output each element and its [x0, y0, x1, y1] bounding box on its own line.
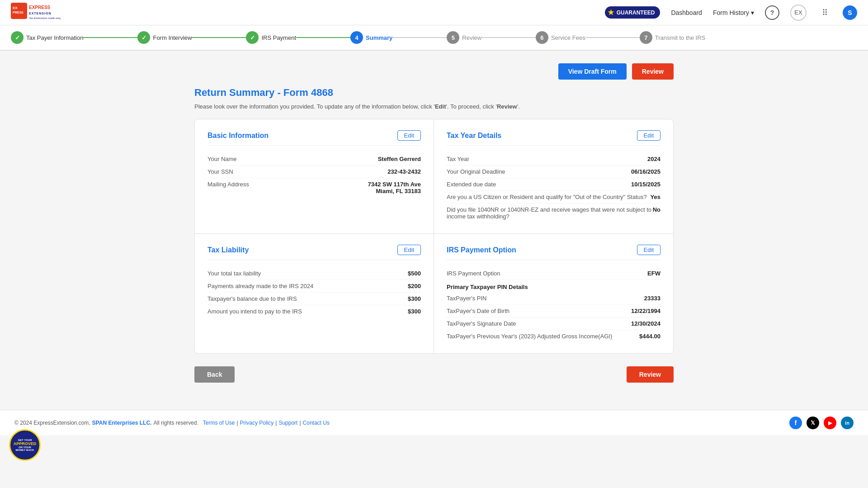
chevron-down-icon: ▾	[751, 9, 754, 16]
total-tax-value: $500	[408, 270, 421, 277]
intend-to-pay-value: $300	[408, 308, 421, 315]
tax-year-value: 2024	[647, 156, 660, 162]
step-7-circle: 7	[640, 31, 652, 44]
intend-to-pay-row: Amount you intend to pay to the IRS $300	[208, 305, 421, 317]
page-subtitle: Please look over the information you pro…	[194, 103, 674, 110]
review-hint: Review	[497, 103, 517, 110]
step-review[interactable]: 5 Review	[447, 31, 481, 44]
tax-year-edit-button[interactable]: Edit	[637, 130, 660, 141]
review-top-button[interactable]: Review	[632, 63, 674, 80]
ssn-value: 232-43-2432	[387, 168, 421, 175]
step-6-circle: 6	[536, 31, 548, 44]
grid-menu-button[interactable]: ⠿	[817, 5, 832, 20]
extended-due-value: 10/15/2025	[631, 181, 660, 188]
footer-support-link[interactable]: Support	[278, 420, 297, 426]
view-draft-button[interactable]: View Draft Form	[558, 63, 627, 80]
step-4-circle: 4	[350, 31, 363, 44]
step-form-interview[interactable]: ✓ Form Interview	[137, 31, 192, 44]
basic-info-edit-button[interactable]: Edit	[397, 130, 421, 141]
sig-date-value: 12/30/2024	[631, 320, 660, 327]
step-service-fees[interactable]: 6 Service Fees	[536, 31, 585, 44]
agi-label: TaxPayer's Previous Year's (2023) Adjust…	[447, 333, 639, 340]
svg-text:EXTENSION: EXTENSION	[29, 12, 51, 15]
svg-text:PRESS: PRESS	[13, 11, 24, 14]
sig-date-label: TaxPayer's Signature Date	[447, 320, 631, 327]
page-title: Return Summary - Form 4868	[194, 87, 674, 99]
footer-left: © 2024 ExpressExtension.com, SPAN Enterp…	[14, 420, 330, 426]
payments-made-row: Payments already made to the IRS 2024 $2…	[208, 280, 421, 293]
footer-social-links: f 𝕏 ▶ in	[789, 417, 854, 429]
payment-option-row: IRS Payment Option EFW	[447, 267, 660, 280]
basic-info-name-row: Your Name Steffen Gerrerd	[208, 153, 421, 166]
facebook-link[interactable]: f	[789, 417, 802, 429]
svg-text:EX: EX	[13, 6, 18, 10]
citizen-row: Are you a US Citizen or Resident and qua…	[447, 191, 660, 204]
extended-due-label: Extended due date	[447, 181, 631, 188]
edit-hint: Edit	[435, 103, 446, 110]
footer-privacy-link[interactable]: Privacy Policy	[240, 420, 274, 426]
footer-company-link[interactable]: SPAN Enterprises LLC.	[92, 420, 152, 426]
footer-terms-link[interactable]: Terms of Use	[203, 420, 235, 426]
tax-year-header: Tax Year Details Edit	[447, 130, 660, 146]
sig-date-row: TaxPayer's Signature Date 12/30/2024	[447, 317, 660, 330]
tax-liability-edit-button[interactable]: Edit	[397, 245, 421, 255]
citizen-label: Are you a US Citizen or Resident and qua…	[447, 194, 651, 200]
step-summary[interactable]: 4 Summary	[350, 31, 392, 44]
filed-1040nr-value: No	[653, 206, 660, 213]
user-initial: S	[848, 9, 852, 16]
basic-info-header: Basic Information Edit	[208, 130, 421, 146]
address-label: Mailing Address	[208, 181, 368, 188]
review-bottom-button[interactable]: Review	[627, 366, 674, 383]
basic-info-card: Basic Information Edit Your Name Steffen…	[195, 119, 434, 233]
step-line-2	[192, 37, 246, 38]
svg-text:Tax Extensions made easy: Tax Extensions made easy	[29, 17, 61, 19]
step-transmit[interactable]: 7 Transmit to the IRS	[640, 31, 706, 44]
balance-due-label: Taxpayer's balance due to the IRS	[208, 295, 408, 302]
tax-liability-title: Tax Liability	[208, 246, 249, 254]
payment-option-value: EFW	[647, 270, 660, 277]
youtube-link[interactable]: ▶	[824, 417, 836, 429]
total-tax-label: Your total tax liability	[208, 270, 408, 277]
step-1-label: Tax Payer Information	[26, 34, 83, 41]
dob-row: TaxPayer's Date of Birth 12/22/1994	[447, 305, 660, 317]
step-2-circle: ✓	[137, 31, 150, 44]
original-deadline-value: 06/16/2025	[631, 168, 660, 175]
help-icon: ?	[770, 9, 774, 16]
step-line-4	[392, 37, 447, 38]
dob-value: 12/22/1994	[631, 308, 660, 314]
intend-to-pay-label: Amount you intend to pay to the IRS	[208, 308, 408, 315]
back-button[interactable]: Back	[194, 366, 235, 383]
name-label: Your Name	[208, 156, 378, 162]
step-taxpayer-info[interactable]: ✓ Tax Payer Information	[11, 31, 83, 44]
step-line-3	[296, 37, 350, 38]
irs-payment-edit-button[interactable]: Edit	[637, 245, 660, 255]
footer-rights: All rights reserved.	[153, 420, 198, 426]
help-button[interactable]: ?	[765, 5, 779, 20]
form-history-link[interactable]: Form History ▾	[713, 9, 754, 16]
tax-year-label: Tax Year	[447, 156, 647, 162]
logo-image: EX PRESS EXPRESS EXTENSION Tax Extension…	[11, 3, 56, 23]
step-irs-payment[interactable]: ✓ IRS Payment	[246, 31, 296, 44]
pin-section-header: Primary Taxpayer PIN Details	[447, 280, 660, 292]
payments-made-label: Payments already made to the IRS 2024	[208, 283, 408, 289]
footer-contact-link[interactable]: Contact Us	[303, 420, 330, 426]
account-button[interactable]: EX	[790, 5, 807, 21]
ssn-label: Your SSN	[208, 168, 387, 175]
step-5-circle: 5	[447, 31, 459, 44]
linkedin-link[interactable]: in	[841, 417, 854, 429]
user-avatar[interactable]: S	[843, 5, 857, 20]
cards-row-2: Tax Liability Edit Your total tax liabil…	[195, 234, 673, 353]
progress-bar: ✓ Tax Payer Information ✓ Form Interview…	[0, 25, 868, 51]
agi-row: TaxPayer's Previous Year's (2023) Adjust…	[447, 330, 660, 342]
name-value: Steffen Gerrerd	[378, 156, 421, 162]
tax-year-title: Tax Year Details	[447, 132, 501, 140]
guaranteed-badge: ★ GUARANTEED	[605, 6, 660, 19]
step-7-label: Transmit to the IRS	[655, 34, 706, 41]
dashboard-link[interactable]: Dashboard	[671, 9, 702, 16]
step-line-5	[481, 37, 536, 38]
step-6-label: Service Fees	[551, 34, 585, 41]
twitter-x-link[interactable]: 𝕏	[807, 417, 819, 429]
step-line-1	[83, 37, 137, 38]
tax-year-card: Tax Year Details Edit Tax Year 2024 Your…	[434, 119, 673, 233]
step-3-circle: ✓	[246, 31, 259, 44]
